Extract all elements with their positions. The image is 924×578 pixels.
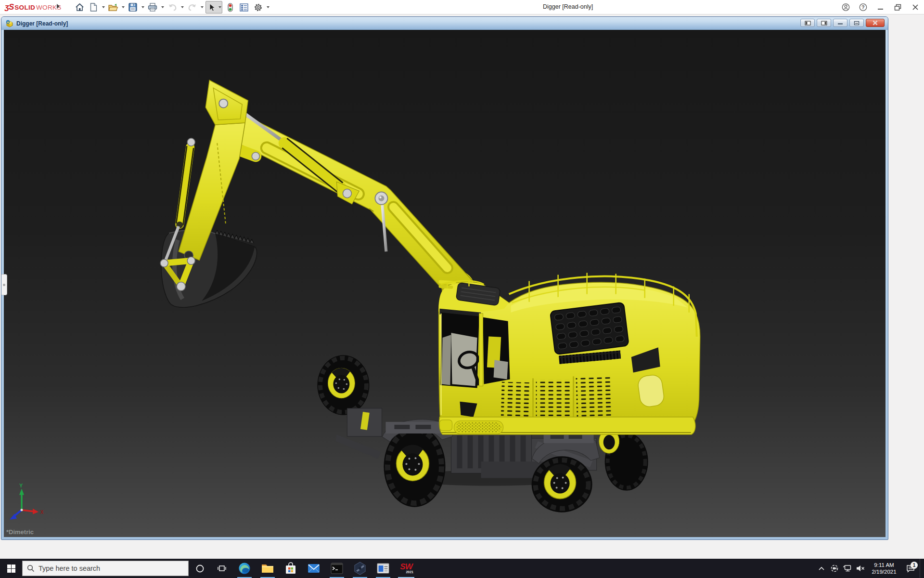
wheel-front-far[interactable]: [317, 355, 369, 415]
close-button[interactable]: [911, 3, 919, 12]
print-dropdown[interactable]: [160, 1, 165, 13]
show-right-pane-button[interactable]: [817, 19, 831, 27]
minimize-icon: [877, 4, 884, 11]
search-input[interactable]: [38, 565, 173, 572]
undo-icon: [168, 3, 177, 11]
new-document-dropdown[interactable]: [101, 1, 105, 13]
excavator-body[interactable]: [438, 273, 700, 434]
document-close-icon: [872, 20, 878, 26]
feature-panel-splitter[interactable]: [1, 274, 7, 295]
options-button[interactable]: [252, 1, 264, 13]
taskbar-app-solidworks[interactable]: SW 2021: [395, 559, 418, 578]
show-left-pane-button[interactable]: [800, 19, 815, 27]
minimize-button[interactable]: [876, 3, 885, 12]
wheel-rear-near[interactable]: [532, 456, 592, 512]
orientation-triad: Y X: [10, 482, 44, 519]
cab-windows[interactable]: [440, 313, 510, 388]
undo-dropdown[interactable]: [180, 1, 184, 13]
edge-icon: [238, 562, 251, 575]
excavator-boom[interactable]: [234, 116, 474, 304]
window-app-icon: [377, 563, 389, 574]
document-minimize-icon: [837, 21, 843, 25]
save-dropdown[interactable]: [141, 1, 145, 13]
redo-button[interactable]: [186, 1, 198, 13]
action-center-button[interactable]: 1: [901, 559, 920, 578]
document-close-button[interactable]: [866, 19, 885, 27]
file-properties-button[interactable]: [238, 1, 250, 13]
front-axle-parts[interactable]: [335, 408, 382, 459]
task-view-button[interactable]: [211, 559, 233, 578]
open-dropdown[interactable]: [121, 1, 125, 13]
windows-taskbar: SW 2021 9:11 AM 2/19/2021: [0, 559, 924, 578]
graphics-viewport[interactable]: Y X *Dimetric: [4, 30, 886, 537]
meet-now-button[interactable]: [828, 559, 841, 578]
document-restore-button[interactable]: [849, 19, 864, 27]
help-icon: ?: [859, 3, 867, 12]
part-document-icon: [5, 20, 13, 27]
file-properties-icon: [240, 3, 248, 12]
logo-flyout-arrow-icon[interactable]: [57, 4, 60, 9]
notification-badge: 1: [911, 562, 918, 569]
main-titlebar: ʒS SOLIDWORKS: [0, 0, 924, 14]
save-button[interactable]: [127, 1, 139, 13]
svg-text:?: ?: [861, 5, 864, 10]
taskbar-app-file-explorer[interactable]: [256, 559, 279, 578]
document-title: Digger [Read-only]: [16, 20, 68, 27]
account-button[interactable]: [842, 3, 850, 12]
cortana-icon: [196, 565, 204, 573]
account-icon: [842, 3, 850, 12]
home-icon: [75, 3, 84, 12]
mail-icon: [308, 563, 320, 574]
quick-access-toolbar: [73, 1, 270, 13]
solidworks-app: ʒS SOLIDWORKS: [0, 0, 924, 578]
taskbar-search[interactable]: [22, 561, 189, 576]
document-restore-icon: [854, 21, 860, 26]
undo-button[interactable]: [166, 1, 179, 13]
open-button[interactable]: [107, 1, 119, 13]
start-button[interactable]: [0, 559, 22, 578]
taskbar-app-terminal[interactable]: [325, 559, 348, 578]
document-window: Digger [Read-only]: [1, 16, 888, 540]
document-titlebar[interactable]: Digger [Read-only]: [1, 17, 888, 30]
options-dropdown[interactable]: [266, 1, 270, 13]
network-button[interactable]: [841, 559, 854, 578]
redo-dropdown[interactable]: [200, 1, 204, 13]
home-button[interactable]: [73, 1, 86, 13]
rebuild-button[interactable]: [224, 1, 236, 13]
save-icon: [128, 3, 137, 12]
select-tool-button[interactable]: [206, 1, 218, 13]
step-pad: [456, 422, 501, 433]
taskbar-app-window-tool[interactable]: [372, 559, 395, 578]
print-button[interactable]: [146, 1, 159, 13]
new-document-button[interactable]: [87, 1, 100, 13]
help-button[interactable]: ?: [859, 3, 867, 12]
redo-icon: [188, 3, 197, 11]
open-folder-icon: [108, 3, 118, 12]
excavator-bucket[interactable]: [161, 230, 257, 308]
taskbar-app-edrawings[interactable]: [348, 559, 372, 578]
select-tool-dropdown[interactable]: [218, 1, 222, 13]
network-icon: [843, 565, 852, 572]
taskbar-app-store[interactable]: [279, 559, 302, 578]
new-document-icon: [90, 3, 97, 12]
volume-button[interactable]: [854, 559, 867, 578]
tray-overflow-button[interactable]: [815, 559, 828, 578]
meet-now-icon: [830, 564, 839, 573]
seat: [494, 360, 508, 379]
gear-icon: [254, 3, 263, 12]
solidworks-logo: ʒS SOLIDWORKS: [5, 2, 62, 12]
search-icon: [27, 565, 35, 572]
file-explorer-icon: [261, 563, 274, 574]
show-desktop-button[interactable]: [920, 559, 924, 578]
taskbar-clock[interactable]: 9:11 AM 2/19/2021: [867, 562, 901, 575]
cortana-button[interactable]: [189, 559, 211, 578]
taskbar-app-mail[interactable]: [302, 559, 325, 578]
select-tool-group: [205, 1, 222, 13]
chevron-up-icon: [818, 566, 825, 571]
document-minimize-button[interactable]: [833, 19, 847, 27]
wheel-rear-far[interactable]: [599, 429, 648, 491]
taskbar-app-edge[interactable]: [233, 559, 256, 578]
model-view[interactable]: Y X *Dimetric: [4, 30, 886, 537]
restore-button[interactable]: [894, 3, 902, 12]
solidworks-logo-glyph: ʒS: [5, 2, 13, 12]
